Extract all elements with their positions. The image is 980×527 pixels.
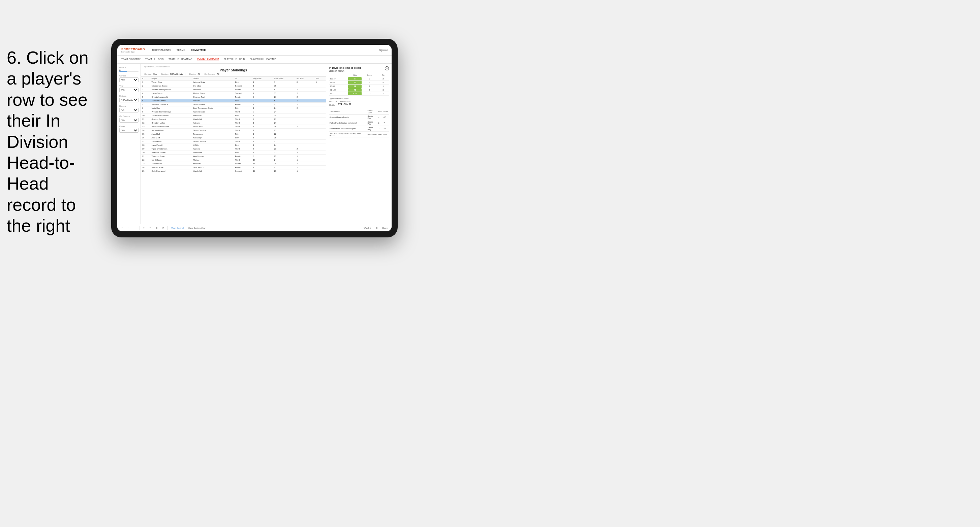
table-row[interactable]: 25 Cole Sherwood Vanderbilt Second 12 23… (141, 169, 326, 173)
standings-title: Player Standings (144, 68, 323, 72)
h2h-row: 51-100 46 6 3 (329, 88, 389, 92)
table-row[interactable]: 16 Alex Goff Kentucky Fifth 8 19 (141, 136, 326, 140)
redo-button[interactable]: ↪ (126, 226, 131, 230)
timer-button[interactable]: ⏱ (161, 226, 165, 230)
year-label: Year (119, 85, 138, 87)
h2h-header: In Division Head-to-Head Jackson Koivun … (329, 66, 389, 72)
table-row[interactable]: 7 Nicholas Gabrelcik North Florida Fourt… (141, 103, 326, 106)
no-rds-value: 6 (119, 69, 138, 71)
filter-gender: Gender Men (119, 75, 138, 82)
forward-button[interactable]: → (133, 226, 137, 230)
year-select[interactable]: (All) (119, 87, 138, 92)
tournament-row: Amer Ari Intercollegiate Stroke Play 4 -… (329, 114, 389, 120)
instruction-text: 6. Click on a player's row to see their … (0, 40, 101, 243)
table-row[interactable]: 1 Wenyi Ding Arizona State First 1 1 8 1 (141, 81, 326, 84)
table-row[interactable]: 8 Mats Ege East Tennessee State Fifth 1 … (141, 106, 326, 110)
h2h-breakdown-table: Win Loss Tie Top 10 8 3 2 11-25 20 9 5 2… (329, 73, 389, 96)
table-row[interactable]: 12 Brendan Valles Auburn Third 1 27 (141, 121, 326, 125)
save-custom-button[interactable]: Save Custom View (187, 226, 207, 230)
table-row[interactable]: 18 Luke Powell UCLA First 1 24 (141, 143, 326, 147)
table-row[interactable]: 10 Jacob Mou-Olesen Arkansas Fifth 1 25 (141, 114, 326, 117)
t-col-name: Tournament (329, 109, 367, 114)
undo-button[interactable]: ↩ (120, 226, 124, 230)
tab-team-summary[interactable]: TEAM SUMMARY (121, 58, 140, 61)
table-row[interactable]: 14 Maxwell Ford North Carolina Third 1 2… (141, 129, 326, 132)
tablet-frame: SCOREBOARD Powered by clippi TOURNAMENTS… (111, 39, 398, 237)
region-label: Region (119, 105, 138, 107)
conference-select[interactable]: (All) (119, 118, 138, 122)
share-button[interactable]: Share (381, 226, 389, 230)
table-row[interactable]: 21 Taehoon Song Washington Fourth 6 23 1 (141, 155, 326, 158)
filter-panel: No Rds. 6 Gender Men Year (All) (117, 63, 141, 224)
tournament-history-table: Tournament Event Type Pos Score Amer Ari… (329, 109, 389, 137)
table-row[interactable]: 17 David Ford North Carolina Third 1 21 (141, 140, 326, 143)
table-row[interactable]: 9 Preston Summerhays Arizona State Third… (141, 110, 326, 114)
table-row[interactable]: 23 Jack Lundin Missouri Fourth 11 24 1 (141, 162, 326, 166)
tournament-row: Mirabel Maui Jim Intercollegiate Stroke … (329, 126, 389, 132)
sign-out-link[interactable]: Sign out (379, 49, 388, 51)
table-row[interactable]: 24 Bastien Amat New Mexico Fourth 1 27 2 (141, 166, 326, 169)
h2h-row: Top 10 8 3 2 (329, 77, 389, 81)
tournament-row: Fallon Oak Collegiate Invitational Strok… (329, 120, 389, 126)
sub-nav: TEAM SUMMARY TEAM H2H GRID TEAM H2H HEAT… (117, 56, 391, 63)
h2h-col-tie: Tie (377, 73, 389, 77)
top-nav: SCOREBOARD Powered by clippi TOURNAMENTS… (117, 45, 391, 56)
t-col-type: Event Type (367, 109, 378, 114)
tab-player-h2h-heatmap[interactable]: PLAYER H2H HEATMAP (250, 58, 276, 61)
h2h-row: >100 578 11 1 (329, 92, 389, 96)
col-yr: Yr (234, 77, 251, 81)
col-reg-rank: Reg Rank (252, 77, 273, 81)
h2h-col-loss: Loss (361, 73, 377, 77)
table-row[interactable]: 19 Tiger Christensen Arizona Third 8 23 … (141, 147, 326, 151)
table-row[interactable]: 20 Matthew Riedel Vanderbilt Fifth 1 22 … (141, 151, 326, 155)
table-row[interactable]: 22 Ian Gilligan Florida Third 10 24 1 (141, 158, 326, 162)
region-select[interactable]: N/A (119, 108, 138, 113)
main-content: No Rds. 6 Gender Men Year (All) (117, 63, 391, 224)
table-row[interactable]: 2 Michael La Sasso Ole Miss Second 1 19 (141, 84, 326, 88)
table-row[interactable]: 13 Phichaksn Maichon Texas A&M Third 6 3… (141, 125, 326, 129)
tab-team-h2h-heatmap[interactable]: TEAM H2H HEATMAP (169, 58, 192, 61)
division-select[interactable]: NCAA Division I (119, 98, 138, 102)
table-row[interactable]: 5 Christo Lamprecht Georgia Tech Fourth … (141, 95, 326, 99)
region-filter-value: All (198, 73, 200, 75)
h2h-close-button[interactable]: ✕ (385, 66, 389, 70)
division-filter-value: NCAA Division I (170, 73, 185, 75)
player-select[interactable]: (All) (119, 128, 138, 133)
opponents-label: Opponents in division: (329, 98, 389, 100)
watch-button[interactable]: Watch ▾ (363, 226, 372, 230)
grid-button[interactable]: ⊞ (374, 226, 379, 230)
table-row[interactable]: 6 Jackson Koivun Auburn First 2 5 1 (141, 99, 326, 103)
col-conf-rank: Conf Rank (273, 77, 295, 81)
standings-header: Update time: 27/03/2024 16:56:26 Player … (141, 63, 326, 77)
filter-player: Player (All) (119, 125, 138, 133)
tab-team-h2h-grid[interactable]: TEAM H2H GRID (145, 58, 164, 61)
filter-division: Division NCAA Division I (119, 95, 138, 102)
paste-button[interactable]: ⊞ (154, 226, 159, 230)
logo-text: SCOREBOARD (121, 48, 145, 51)
wlt-record-label: W-L-T record in-division: (329, 100, 389, 102)
conference-filter-label: Conference: (204, 73, 215, 75)
scissors-button[interactable]: ✂ (142, 226, 146, 230)
h2h-percentage: 98.1% (329, 104, 335, 106)
nav-teams[interactable]: TEAMS (177, 48, 185, 52)
nav-committee[interactable]: COMMITTEE (191, 48, 206, 52)
view-original-button[interactable]: View: Original (170, 226, 185, 230)
gender-filter-value: Men (153, 73, 157, 75)
conference-filter-value: All (217, 73, 220, 75)
h2h-col-win: Win (348, 73, 361, 77)
h2h-panel: In Division Head-to-Head Jackson Koivun … (326, 63, 391, 224)
copy-button[interactable]: ⧉ (148, 226, 152, 230)
table-row[interactable]: 15 Jake Hall Tennessee Fifth 1 22 (141, 132, 326, 136)
gender-select[interactable]: Men (119, 78, 138, 82)
t-col-pos: Pos (378, 109, 382, 114)
col-school: School (192, 77, 234, 81)
logo-area: SCOREBOARD Powered by clippi (121, 48, 145, 53)
tab-player-h2h-grid[interactable]: PLAYER H2H GRID (224, 58, 245, 61)
table-row[interactable]: 11 Gordon Sargent Vanderbilt Third 4 21 (141, 117, 326, 121)
table-row[interactable]: 4 Luke Claton Florida State Second 1 17 … (141, 92, 326, 95)
nav-items: TOURNAMENTS TEAMS COMMITTEE (152, 48, 379, 52)
table-row[interactable]: 3 Michael Thorbjornsen Stanford Fourth 1… (141, 88, 326, 92)
tab-player-summary[interactable]: PLAYER SUMMARY (197, 57, 220, 61)
gender-filter-label: Gender: (144, 73, 152, 75)
nav-tournaments[interactable]: TOURNAMENTS (152, 48, 171, 52)
